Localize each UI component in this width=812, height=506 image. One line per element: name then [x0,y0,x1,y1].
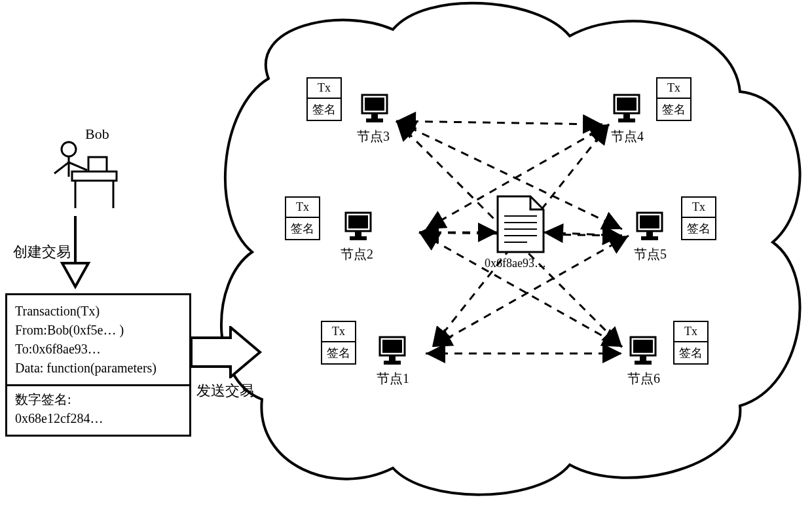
tx-sig-value: 0x68e12cf284… [15,409,181,428]
txcell-top: Tx [322,322,355,342]
txcell-bottom: 签名 [308,99,341,120]
svg-rect-37 [350,236,367,240]
txcell-top: Tx [674,322,707,342]
tx-line1: Transaction(Tx) [15,302,181,321]
label-node2: 节点2 [341,245,373,263]
svg-rect-39 [640,215,659,228]
svg-rect-33 [618,118,635,122]
label-send-tx: 发送交易 [196,381,254,401]
contract-address: 0x6f8ae93… [485,257,546,270]
contract-doc-icon [494,193,547,255]
txcell-bottom: 签名 [286,218,319,239]
svg-rect-47 [633,340,653,353]
svg-rect-28 [371,113,378,118]
computer-icon [632,209,668,245]
txcell-top: Tx [657,79,690,99]
computer-icon [625,334,661,370]
label-node5: 节点5 [634,245,667,263]
computer-icon [375,334,411,370]
txcell-top: Tx [286,198,319,218]
label-node6: 节点6 [627,370,660,388]
txcell-node6: Tx 签名 [673,321,709,365]
txcell-node2: Tx 签名 [285,196,320,240]
actor-name: Bob [85,126,109,143]
computer-icon [341,209,377,245]
svg-rect-15 [72,172,117,181]
label-create-tx: 创建交易 [13,242,71,262]
txcell-node5: Tx 签名 [681,196,716,240]
svg-line-13 [69,162,87,170]
tx-line4: Data: function(parameters) [15,359,181,378]
svg-rect-49 [635,361,652,365]
svg-rect-45 [384,361,401,365]
tx-sig-label: 数字签名: [15,390,181,409]
tx-line2: From:Bob(0xf5e… ) [15,321,181,340]
txcell-node3: Tx 签名 [306,77,342,121]
svg-rect-31 [617,98,637,111]
actor-bob-icon [36,137,121,216]
label-node1: 节点1 [377,370,409,388]
svg-rect-27 [365,98,384,111]
svg-rect-29 [366,118,383,122]
arrow-send-tx-icon [191,326,263,378]
svg-rect-44 [389,355,396,361]
transaction-box: Transaction(Tx) From:Bob(0xf5e… ) To:0x6… [5,293,191,437]
computer-icon [357,92,393,128]
svg-line-0 [396,121,602,124]
tx-line3: To:0x6f8ae93… [15,340,181,359]
txcell-bottom: 签名 [682,218,715,239]
svg-rect-48 [640,355,646,361]
txcell-top: Tx [308,79,341,99]
txcell-node4: Tx 签名 [656,77,692,121]
computer-icon [609,92,645,128]
svg-rect-43 [382,340,402,353]
svg-rect-32 [623,113,630,118]
svg-marker-19 [62,263,88,287]
txcell-bottom: 签名 [674,342,707,363]
txcell-node1: Tx 签名 [321,321,356,365]
label-node4: 节点4 [611,128,644,145]
svg-rect-40 [646,231,653,236]
svg-rect-41 [641,236,658,240]
txcell-top: Tx [682,198,715,218]
svg-rect-35 [348,215,368,228]
svg-marker-20 [191,327,260,377]
svg-line-14 [54,162,69,173]
txcell-bottom: 签名 [657,99,690,120]
svg-point-11 [62,142,76,156]
txcell-bottom: 签名 [322,342,355,363]
svg-rect-36 [355,231,361,236]
label-node3: 节点3 [357,128,390,145]
